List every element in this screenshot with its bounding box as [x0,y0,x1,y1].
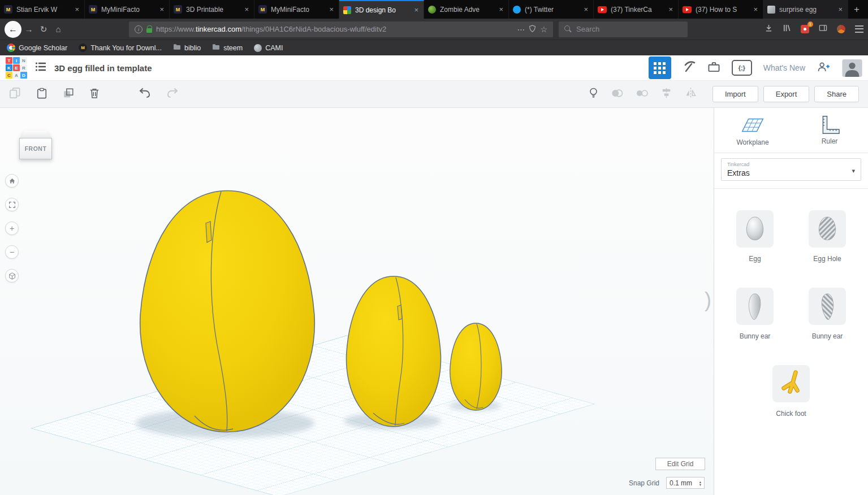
egg-object-medium[interactable] [346,276,441,427]
tracking-shield-icon[interactable] [529,25,536,34]
codeblocks-icon[interactable]: {;} [732,60,752,76]
close-icon[interactable]: × [74,5,80,14]
site-info-icon[interactable]: i [135,25,142,33]
bookmark-folder-steem[interactable]: steem [212,44,243,52]
url-bar[interactable]: i https://www.tinkercad.com/things/0HA1C… [129,21,553,37]
tab-surprise-egg[interactable]: surprise egg × [763,0,848,19]
block-view-button[interactable] [649,57,671,79]
download-icon[interactable] [765,24,773,34]
shape-tile[interactable] [736,288,774,325]
import-button[interactable]: Import [712,86,758,102]
design-title[interactable]: 3D egg filled in template [54,63,152,73]
search-bar[interactable] [559,21,688,37]
egg-object-small[interactable] [450,323,502,410]
zoom-out-button[interactable]: − [5,245,19,259]
invite-icon[interactable] [817,62,831,75]
page-actions-icon[interactable]: ⋯ [517,25,525,34]
minecraft-pickaxe-icon[interactable] [683,60,696,76]
shape-chick-foot[interactable]: Chick foot [727,365,856,418]
close-icon[interactable]: × [498,5,504,14]
copy-icon[interactable] [9,87,21,101]
close-icon[interactable]: × [243,5,250,14]
edit-grid-button[interactable]: Edit Grid [655,458,705,470]
fit-view-button[interactable] [5,198,19,211]
tinkercad-logo[interactable]: T I N K E R C A D [6,57,27,79]
delete-icon[interactable] [89,88,100,101]
red-extension-icon[interactable]: 1 [801,25,809,33]
undo-icon[interactable] [138,88,151,101]
library-icon[interactable] [783,24,791,34]
mirror-icon[interactable] [685,87,697,101]
close-icon[interactable]: × [582,5,589,14]
tab-myminifactory-2[interactable]: M MyMiniFacto × [254,0,339,19]
tab-youtube-tinkercad[interactable]: (37) TinkerCa × [594,0,679,19]
bookmark-star-icon[interactable]: ☆ [540,25,547,34]
3d-viewport[interactable]: FRONT + − Edit Grid Snap Grid 0.1 mm ▴▾ [0,108,714,495]
workplane-grid[interactable] [31,336,594,495]
tab-zombie-adventure[interactable]: Zombie Adve × [424,0,509,19]
bookmark-folder-biblio[interactable]: biblio [173,44,201,52]
tab-myminifactory-1[interactable]: M MyMiniFacto × [85,0,170,19]
ungroup-icon[interactable] [636,88,648,101]
shape-tile[interactable] [809,210,846,248]
category-name: Extras [727,168,855,177]
tab-stian-ervik[interactable]: M Stian Ervik W × [0,0,85,19]
home-button[interactable]: ⌂ [51,24,66,34]
close-icon[interactable]: × [158,5,165,14]
panel-collapse-handle[interactable]: ) [705,288,711,312]
close-icon[interactable]: × [837,5,844,14]
ruler-tool[interactable]: Ruler [791,108,868,153]
tab-3d-printable[interactable]: M 3D Printable × [170,0,254,19]
shape-egg[interactable]: Egg [727,210,783,263]
bookmark-thank-you[interactable]: M Thank You for Downl... [79,44,162,52]
view-home-button[interactable] [5,174,19,188]
design-properties-icon[interactable] [35,62,46,74]
share-button[interactable]: Share [814,86,859,102]
tab-3d-design-active[interactable]: 3D design Bo × [339,0,424,19]
bookmark-cami[interactable]: CAMI [254,44,283,52]
shape-category-dropdown[interactable]: Tinkercad Extras ▾ [721,158,861,181]
snap-grid-dropdown[interactable]: 0.1 mm ▴▾ [666,477,705,489]
close-icon[interactable]: × [752,5,759,14]
spinner-icon[interactable]: ▴▾ [699,480,701,486]
close-icon[interactable]: × [413,6,420,14]
perspective-toggle-button[interactable] [5,269,19,283]
shape-tile[interactable] [809,288,846,325]
viewcube-top-face[interactable] [20,131,51,138]
sidebar-toggle-icon[interactable] [819,24,827,34]
shape-bunny-ear[interactable]: Bunny ear [727,288,783,340]
show-all-lightbulb-icon[interactable] [589,87,598,101]
orange-extension-icon[interactable] [837,25,845,33]
zoom-in-button[interactable]: + [5,222,19,235]
close-icon[interactable]: × [667,5,674,14]
reload-button[interactable]: ↻ [36,24,51,34]
export-button[interactable]: Export [763,86,810,102]
duplicate-icon[interactable] [63,88,74,101]
tab-youtube-howto[interactable]: (37) How to S × [679,0,763,19]
briefcase-icon[interactable] [707,61,720,75]
forward-button[interactable]: → [21,24,36,34]
workplane-tool[interactable]: Workplane [714,108,791,153]
shape-tile[interactable] [772,365,810,402]
menu-hamburger-icon[interactable] [855,25,863,33]
back-button[interactable]: ← [5,21,21,38]
shape-egg-hole[interactable]: Egg Hole [799,210,856,263]
view-c​ube[interactable]: FRONT [19,131,52,159]
avatar[interactable] [842,59,862,77]
group-icon[interactable] [611,88,623,101]
redo-icon[interactable] [166,88,179,101]
egg-object-large[interactable] [140,191,315,432]
shape-tile[interactable] [736,210,774,248]
align-icon[interactable] [660,87,672,101]
paste-icon[interactable] [36,88,47,101]
close-icon[interactable]: × [328,5,335,14]
new-tab-button[interactable]: + [848,0,865,19]
shape-bunny-ear-hole[interactable]: Bunny ear [799,288,856,340]
whats-new-link[interactable]: What's New [763,63,805,72]
tab-twitter[interactable]: (*) Twitter × [509,0,594,19]
3d-viewport-scene[interactable] [0,108,714,495]
lock-icon[interactable] [146,28,152,33]
search-input[interactable] [576,25,682,33]
viewcube-front-face[interactable]: FRONT [19,138,52,159]
bookmark-google-scholar[interactable]: Google Scholar [7,44,67,52]
